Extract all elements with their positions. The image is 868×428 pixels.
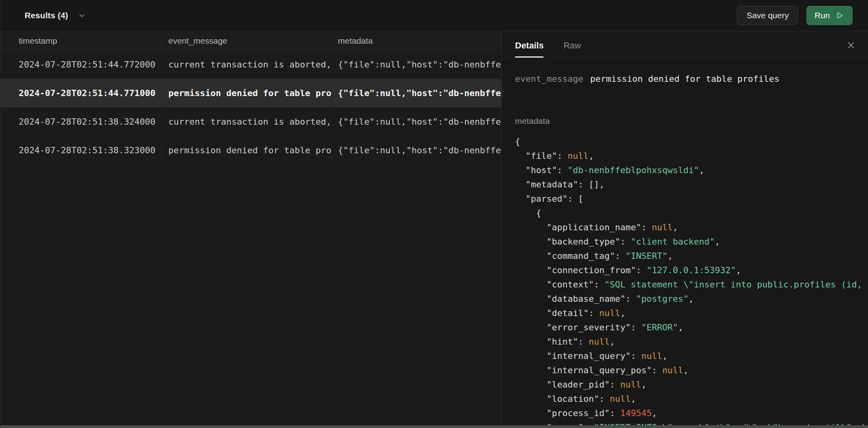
json-line: { bbox=[515, 135, 868, 149]
json-line: "location": null, bbox=[515, 392, 868, 406]
cell-event_message: permission denied for table profiles bbox=[162, 79, 332, 107]
cell-metadata: {"file":null,"host":"db-nenbffeblpohxsqw… bbox=[332, 108, 502, 136]
json-line: "connection_from": "127.0.0.1:53932", bbox=[515, 263, 868, 278]
json-line: "backend_type": "client backend", bbox=[515, 235, 868, 249]
json-line: "process_id": 149545, bbox=[515, 406, 868, 420]
details-panel-header: DetailsRaw bbox=[502, 31, 868, 58]
log-details-panel: DetailsRaw event_message permission deni… bbox=[502, 31, 868, 425]
json-line: "application_name": null, bbox=[515, 220, 868, 235]
json-line: "hint": null, bbox=[515, 335, 868, 349]
horizontal-scrollbar[interactable] bbox=[0, 425, 868, 428]
save-query-button[interactable]: Save query bbox=[737, 6, 798, 25]
event-message-label: event_message bbox=[515, 74, 583, 84]
play-icon bbox=[834, 10, 845, 21]
chevron-down-icon bbox=[77, 11, 87, 20]
json-line: { bbox=[515, 206, 868, 220]
table-row[interactable]: 2024-07-28T02:51:38.324000current transa… bbox=[0, 108, 502, 136]
cell-metadata: {"file":null,"host":"db-nenbffeblpohxsqw… bbox=[332, 136, 502, 164]
json-line: "error_severity": "ERROR", bbox=[515, 320, 868, 335]
json-line: "internal_query_pos": null, bbox=[515, 363, 868, 378]
tab-raw[interactable]: Raw bbox=[563, 31, 581, 58]
json-line: "file": null, bbox=[515, 149, 868, 163]
event-message-value: permission denied for table profiles bbox=[590, 74, 779, 84]
logs-explorer-window: Results (4) Save query Run timestampeven… bbox=[0, 0, 868, 428]
cell-timestamp: 2024-07-28T02:51:44.772000 bbox=[0, 50, 162, 79]
run-button-label: Run bbox=[814, 11, 830, 20]
results-count-label: Results (4) bbox=[25, 11, 68, 20]
cell-timestamp: 2024-07-28T02:51:44.771000 bbox=[0, 79, 162, 107]
column-header-event_message: event_message bbox=[162, 31, 332, 50]
details-tabs: DetailsRaw bbox=[515, 31, 581, 58]
cell-timestamp: 2024-07-28T02:51:38.323000 bbox=[0, 136, 162, 164]
close-icon[interactable] bbox=[846, 31, 856, 58]
results-table: timestampevent_messagemetadata 2024-07-2… bbox=[0, 31, 502, 428]
json-line: "parsed": [ bbox=[515, 192, 868, 206]
metadata-section-label: metadata bbox=[515, 116, 868, 126]
cell-metadata: {"file":null,"host":"db-nenbffeblpohxsqw… bbox=[332, 79, 502, 107]
results-dropdown[interactable]: Results (4) bbox=[25, 11, 87, 20]
json-line: "leader_pid": null, bbox=[515, 378, 868, 392]
table-header-row: timestampevent_messagemetadata bbox=[0, 31, 502, 50]
table-row[interactable]: 2024-07-28T02:51:38.323000permission den… bbox=[0, 136, 502, 165]
column-header-timestamp: timestamp bbox=[0, 31, 162, 50]
tab-details[interactable]: Details bbox=[515, 31, 544, 58]
cell-timestamp: 2024-07-28T02:51:38.324000 bbox=[0, 108, 162, 136]
column-header-metadata: metadata bbox=[332, 31, 502, 50]
cell-event_message: permission denied for table profiles bbox=[162, 136, 332, 164]
run-button[interactable]: Run bbox=[806, 6, 853, 25]
cell-event_message: current transaction is aborted, commands… bbox=[162, 50, 332, 79]
json-line: "query": "INSERT INTO \"users\" (\"aud\"… bbox=[515, 420, 868, 425]
topbar: Results (4) Save query Run bbox=[0, 0, 868, 31]
json-line: "command_tag": "INSERT", bbox=[515, 249, 868, 263]
main-area: timestampevent_messagemetadata 2024-07-2… bbox=[0, 31, 868, 428]
json-line: "database_name": "postgres", bbox=[515, 292, 868, 306]
json-line: "metadata": [], bbox=[515, 177, 868, 192]
table-body: 2024-07-28T02:51:44.772000current transa… bbox=[0, 50, 502, 165]
json-line: "internal_query": null, bbox=[515, 349, 868, 363]
json-line: "context": "SQL statement \"insert into … bbox=[515, 278, 868, 292]
json-viewer: { "file": null, "host": "db-nenbffeblpoh… bbox=[515, 135, 868, 425]
cell-metadata: {"file":null,"host":"db-nenbffeblpohxsqw… bbox=[332, 50, 502, 79]
table-row[interactable]: 2024-07-28T02:51:44.772000current transa… bbox=[0, 50, 502, 79]
cell-event_message: current transaction is aborted, commands… bbox=[162, 108, 332, 136]
table-row[interactable]: 2024-07-28T02:51:44.771000permission den… bbox=[0, 79, 502, 108]
json-line: "detail": null, bbox=[515, 306, 868, 320]
json-line: "host": "db-nenbffeblpohxsqwsldi", bbox=[515, 163, 868, 177]
details-panel-body: event_message permission denied for tabl… bbox=[502, 58, 868, 425]
event-message-field: event_message permission denied for tabl… bbox=[515, 74, 868, 84]
